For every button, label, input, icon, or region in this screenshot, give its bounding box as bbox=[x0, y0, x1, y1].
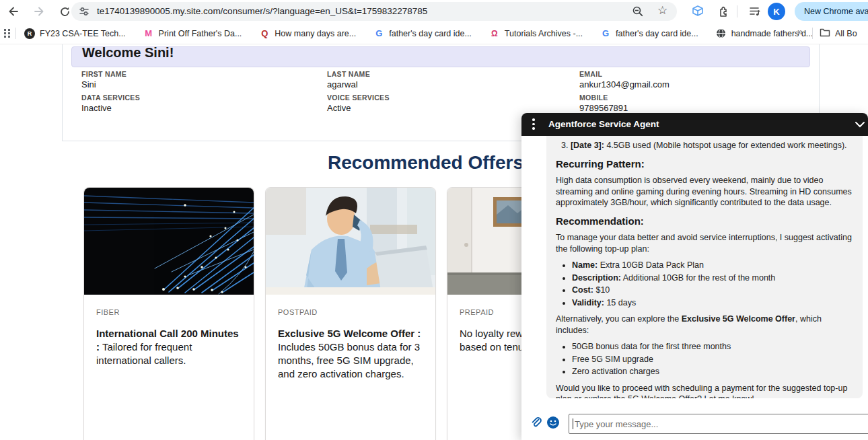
alternative-offer-text: Alternatively, you can explore the Exclu… bbox=[556, 314, 853, 336]
chevron-down-icon[interactable] bbox=[854, 119, 866, 133]
bookmark-favicon-r: R bbox=[24, 28, 35, 39]
closing-question-text: Would you like to proceed with schedulin… bbox=[556, 383, 853, 399]
toolbar-separator bbox=[737, 5, 737, 17]
bookmark-fathers-day-card-1[interactable]: G father's day card ide... bbox=[373, 28, 472, 39]
offer-text: Exclusive 5G Welcome Offer : Includes 50… bbox=[278, 327, 423, 381]
list-item: Free 5G SIM upgrade bbox=[572, 354, 853, 365]
chat-menu-icon[interactable] bbox=[532, 118, 535, 132]
field-email: EMAIL ankur1304@gmail.com bbox=[579, 70, 801, 89]
bookmarks-separator bbox=[15, 28, 16, 39]
emoji-icon[interactable] bbox=[546, 416, 560, 432]
recurring-pattern-text: High data consumption is observed every … bbox=[556, 175, 853, 209]
recurring-pattern-heading: Recurring Pattern: bbox=[556, 159, 853, 170]
offer-card-postpaid[interactable]: POSTPAID Exclusive 5G Welcome Offer : In… bbox=[265, 187, 436, 440]
folder-icon bbox=[820, 28, 830, 39]
screen: te1740139890005.my.site.com/consumer/s/?… bbox=[0, 0, 868, 440]
offer-category: POSTPAID bbox=[278, 308, 423, 316]
bookmarks-overflow-chevron[interactable]: » bbox=[797, 26, 803, 37]
list-item: Cost: $10 bbox=[572, 285, 853, 296]
bookmark-tutorials-archives[interactable]: Ω Tutorials Archives -... bbox=[489, 28, 583, 39]
list-item: Validity: 15 days bbox=[572, 297, 853, 309]
media-playlist-icon[interactable] bbox=[747, 3, 763, 20]
bookmark-favicon-q: Q bbox=[259, 28, 270, 39]
site-info-icon[interactable] bbox=[78, 5, 90, 20]
field-voice-services: VOICE SERVICES Active bbox=[327, 94, 549, 113]
list-item: 50GB bonus data for the first three mont… bbox=[572, 341, 853, 353]
welcome-offer-list: 50GB bonus data for the first three mont… bbox=[556, 341, 853, 377]
url-text: te1740139890005.my.site.com/consumer/s/?… bbox=[97, 6, 427, 16]
extension-shield-icon[interactable] bbox=[690, 3, 706, 20]
message-input[interactable] bbox=[569, 414, 868, 434]
bookmark-favicon-m: M bbox=[143, 28, 154, 39]
browser-toolbar: te1740139890005.my.site.com/consumer/s/?… bbox=[0, 0, 868, 23]
list-item: Zero activation charges bbox=[572, 366, 853, 377]
bookmark-star-icon[interactable]: ☆ bbox=[657, 3, 667, 17]
offers-heading: Recommended Offers for bbox=[328, 152, 554, 174]
google-favicon: G bbox=[600, 28, 611, 39]
chat-panel: Agentforce Service Agent 3. [Date 3]: 4.… bbox=[521, 113, 868, 440]
chat-title: Agentforce Service Agent bbox=[548, 119, 659, 129]
chrome-update-button[interactable]: New Chrome avail bbox=[795, 2, 868, 21]
apps-grid-icon[interactable] bbox=[4, 29, 11, 38]
chat-header[interactable]: Agentforce Service Agent bbox=[521, 113, 868, 136]
address-bar[interactable]: te1740139890005.my.site.com/consumer/s/?… bbox=[71, 2, 677, 21]
chat-footer bbox=[521, 405, 868, 440]
bookmark-how-many-days[interactable]: Q How many days are... bbox=[259, 28, 356, 39]
fiber-optics-image bbox=[84, 188, 254, 295]
extensions-puzzle-icon[interactable] bbox=[715, 3, 731, 20]
plan-details-list: Name: Extra 10GB Data Pack Plan Descript… bbox=[556, 260, 853, 308]
usage-item-3: 3. [Date 3]: 4.5GB used (Mobile hotspot … bbox=[556, 140, 853, 151]
globe-favicon bbox=[716, 28, 727, 39]
agent-message-bubble: 3. [Date 3]: 4.5GB used (Mobile hotspot … bbox=[546, 136, 863, 398]
recommendation-heading: Recommendation: bbox=[556, 216, 853, 227]
reload-icon[interactable] bbox=[57, 3, 73, 20]
bookmark-favicon-omega: Ω bbox=[489, 28, 500, 39]
offer-text: International Call 200 Minutes : Tailore… bbox=[96, 327, 242, 367]
bookmarks-bar: R FY23 CSA-TEE Tech... M Print Off Fathe… bbox=[0, 23, 868, 44]
recommendation-text: To manage your data better and avoid ser… bbox=[556, 232, 853, 254]
back-icon[interactable] bbox=[5, 3, 22, 20]
zoom-out-icon[interactable] bbox=[632, 5, 644, 20]
forward-icon[interactable] bbox=[31, 3, 47, 20]
bookmarks-separator bbox=[812, 28, 813, 39]
all-bookmarks-button[interactable]: All Bo bbox=[820, 23, 857, 44]
offer-card-fiber[interactable]: FIBER International Call 200 Minutes : T… bbox=[83, 187, 254, 440]
attachment-icon[interactable] bbox=[530, 416, 543, 432]
list-item: Description: Additional 10GB for the res… bbox=[572, 272, 853, 284]
list-item: Name: Extra 10GB Data Pack Plan bbox=[572, 260, 853, 271]
field-last-name: LAST NAME agarwal bbox=[327, 70, 549, 89]
text-caret bbox=[573, 418, 573, 429]
welcome-banner: Welcome Sini! bbox=[71, 46, 810, 67]
man-on-phone-image bbox=[266, 188, 435, 295]
offer-category: FIBER bbox=[96, 308, 242, 316]
bookmark-print-off[interactable]: M Print Off Father's Da... bbox=[143, 28, 242, 39]
field-mobile: MOBILE 9789567891 bbox=[579, 94, 801, 113]
google-favicon: G bbox=[373, 28, 384, 39]
welcome-title: Welcome Sini! bbox=[82, 46, 809, 61]
chat-body: 3. [Date 3]: 4.5GB used (Mobile hotspot … bbox=[521, 136, 868, 440]
field-first-name: FIRST NAME Sini bbox=[81, 70, 303, 89]
bookmark-fathers-day-card-2[interactable]: G father's day card ide... bbox=[600, 28, 698, 39]
field-data-services: DATA SERVICES Inactive bbox=[81, 94, 303, 113]
bookmark-fy23[interactable]: R FY23 CSA-TEE Tech... bbox=[24, 28, 126, 39]
profile-avatar[interactable]: K bbox=[768, 3, 785, 20]
